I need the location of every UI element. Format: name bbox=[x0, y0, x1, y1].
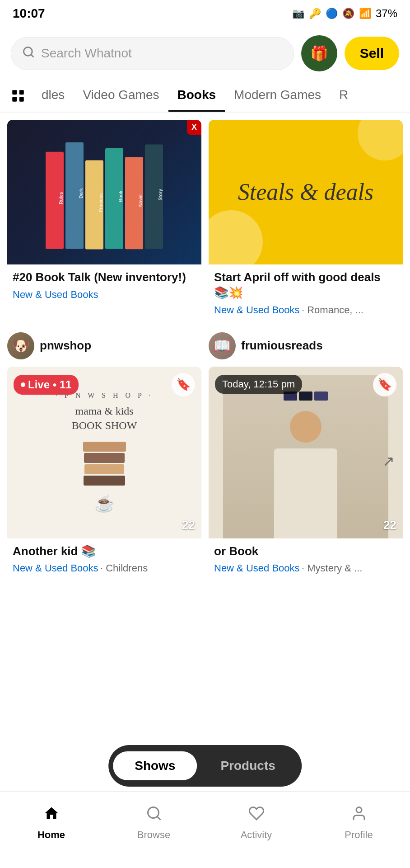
mug-icon: ☕ bbox=[94, 494, 115, 513]
status-icons: 📷 🔑 🔵 🔕 📶 37% bbox=[292, 7, 397, 20]
product-category-1[interactable]: New & Used Books bbox=[13, 289, 98, 300]
pnwshop-show-title: mama & kidsBOOK SHOW bbox=[72, 404, 137, 432]
svg-rect-4 bbox=[12, 97, 17, 101]
seller-info-frumiousreads: 📖 frumiousreads bbox=[209, 332, 403, 359]
svg-line-1 bbox=[31, 54, 33, 57]
seller-row: 🐶 pnwshop 📖 frumiousreads bbox=[0, 329, 410, 359]
product-card-1[interactable]: Rules Dark Princess Book Novel Story X #… bbox=[7, 120, 201, 321]
nav-profile-label: Profile bbox=[345, 829, 373, 841]
live-card-pnwshop[interactable]: · P N W S H O P · mama & kidsBOOK SHOW ☕… bbox=[7, 367, 201, 580]
sell-button[interactable]: Sell bbox=[345, 37, 399, 70]
product-image-2: Steals & deals bbox=[209, 120, 403, 264]
nav-home[interactable]: Home bbox=[0, 805, 102, 841]
person-image bbox=[223, 375, 388, 538]
nav-browse-label: Browse bbox=[137, 829, 170, 841]
status-time: 10:07 bbox=[13, 6, 45, 21]
live-image-pnwshop: · P N W S H O P · mama & kidsBOOK SHOW ☕… bbox=[7, 367, 201, 538]
live-cards-grid: · P N W S H O P · mama & kidsBOOK SHOW ☕… bbox=[0, 359, 410, 587]
view-toggle: Shows Products bbox=[108, 745, 302, 787]
battery: 37% bbox=[376, 7, 397, 20]
search-icon bbox=[22, 46, 35, 61]
product-title-2: Start April off with good deals 📚💥 bbox=[214, 270, 397, 301]
cursor-icon: ↗ bbox=[382, 453, 395, 470]
nav-home-label: Home bbox=[37, 829, 65, 841]
search-bar[interactable]: Search Whatnot bbox=[11, 37, 294, 70]
gift-button[interactable]: 🎁 bbox=[301, 35, 337, 71]
product-category-2[interactable]: New & Used Books bbox=[214, 304, 300, 316]
product-info-2: Start April off with good deals 📚💥 New &… bbox=[209, 264, 403, 321]
tab-puzzles[interactable]: dles bbox=[33, 80, 74, 112]
activity-icon bbox=[248, 805, 265, 826]
svg-rect-3 bbox=[19, 90, 24, 94]
seller-name-frumiousreads[interactable]: frumiousreads bbox=[241, 339, 323, 353]
shows-toggle-button[interactable]: Shows bbox=[113, 751, 197, 780]
browse-icon bbox=[146, 805, 162, 826]
books-pile bbox=[83, 442, 126, 487]
live-title-pnwshop: Another kid 📚 bbox=[13, 544, 196, 559]
svg-line-7 bbox=[157, 816, 160, 820]
live-category-sub-pnwshop: · Childrens bbox=[100, 562, 148, 574]
live-card-frumiousreads[interactable]: ↗ Today, 12:15 pm 🔖 22 or Book New & Use… bbox=[209, 367, 403, 580]
bottom-nav: Home Browse Activity Profile bbox=[0, 791, 410, 868]
tab-modern-games[interactable]: Modern Games bbox=[225, 80, 330, 112]
search-placeholder: Search Whatnot bbox=[41, 46, 132, 61]
product-info-1: #20 Book Talk (New inventory!) New & Use… bbox=[7, 264, 201, 306]
nav-activity[interactable]: Activity bbox=[205, 805, 308, 841]
live-info-frumiousreads: or Book New & Used Books · Mystery & ... bbox=[209, 538, 403, 580]
viewer-count-frumiousreads: 22 bbox=[383, 518, 396, 532]
camera-icon: 📷 bbox=[292, 8, 304, 19]
home-icon bbox=[43, 805, 60, 826]
live-badge-pnwshop: Live • 11 bbox=[14, 375, 79, 395]
book-spines-bg: Rules Dark Princess Book Novel Story bbox=[7, 120, 201, 264]
live-category-pnwshop[interactable]: New & Used Books bbox=[13, 562, 98, 574]
content-area: Rules Dark Princess Book Novel Story X #… bbox=[0, 113, 410, 715]
deals-bg: Steals & deals bbox=[209, 120, 403, 264]
sold-badge: X bbox=[187, 120, 201, 135]
live-image-frumiousreads: ↗ Today, 12:15 pm 🔖 22 bbox=[209, 367, 403, 538]
live-title-frumiousreads: or Book bbox=[214, 544, 397, 559]
gift-icon: 🎁 bbox=[310, 45, 328, 62]
tab-books[interactable]: Books bbox=[168, 80, 225, 112]
status-bar: 10:07 📷 🔑 🔵 🔕 📶 37% bbox=[0, 0, 410, 27]
category-tabs: dles Video Games Books Modern Games R bbox=[0, 80, 410, 113]
seller-name-pnwshop[interactable]: pnwshop bbox=[40, 339, 91, 353]
product-grid: Rules Dark Princess Book Novel Story X #… bbox=[0, 113, 410, 329]
header: Search Whatnot 🎁 Sell bbox=[0, 27, 410, 80]
nav-browse[interactable]: Browse bbox=[102, 805, 205, 841]
seller-avatar-pnwshop: 🐶 bbox=[7, 332, 34, 359]
product-image-1: Rules Dark Princess Book Novel Story X bbox=[7, 120, 201, 264]
live-category-frumiousreads[interactable]: New & Used Books bbox=[214, 562, 300, 574]
products-toggle-button[interactable]: Products bbox=[199, 751, 297, 780]
mute-icon: 🔕 bbox=[342, 8, 354, 19]
svg-rect-5 bbox=[19, 97, 24, 101]
wifi-icon: 📶 bbox=[359, 8, 371, 19]
bookmark-button-pnwshop[interactable]: 🔖 bbox=[172, 373, 195, 396]
nav-profile[interactable]: Profile bbox=[308, 805, 410, 841]
seller-info-pnwshop: 🐶 pnwshop bbox=[7, 332, 201, 359]
tab-video-games[interactable]: Video Games bbox=[74, 80, 168, 112]
nav-activity-label: Activity bbox=[241, 829, 272, 841]
seller-avatar-frumiousreads: 📖 bbox=[209, 332, 236, 359]
product-title-1: #20 Book Talk (New inventory!) bbox=[13, 270, 196, 285]
scheduled-badge-frumiousreads: Today, 12:15 pm bbox=[215, 375, 302, 394]
svg-point-8 bbox=[356, 807, 362, 813]
profile-icon bbox=[351, 805, 367, 826]
bookmark-button-frumiousreads[interactable]: 🔖 bbox=[373, 373, 396, 396]
product-category-sub-2: · Romance, ... bbox=[302, 304, 363, 316]
viewer-count-pnwshop: 22 bbox=[182, 518, 195, 532]
live-category-sub-frumiousreads: · Mystery & ... bbox=[302, 562, 362, 574]
product-card-2[interactable]: Steals & deals Start April off with good… bbox=[209, 120, 403, 321]
grid-view-icon[interactable] bbox=[7, 85, 29, 107]
svg-rect-2 bbox=[12, 90, 17, 94]
vpn-icon: 🔑 bbox=[309, 8, 321, 19]
bluetooth-icon: 🔵 bbox=[326, 8, 338, 19]
live-info-pnwshop: Another kid 📚 New & Used Books · Childre… bbox=[7, 538, 201, 580]
tab-r[interactable]: R bbox=[330, 80, 357, 112]
deals-text: Steals & deals bbox=[238, 178, 373, 206]
